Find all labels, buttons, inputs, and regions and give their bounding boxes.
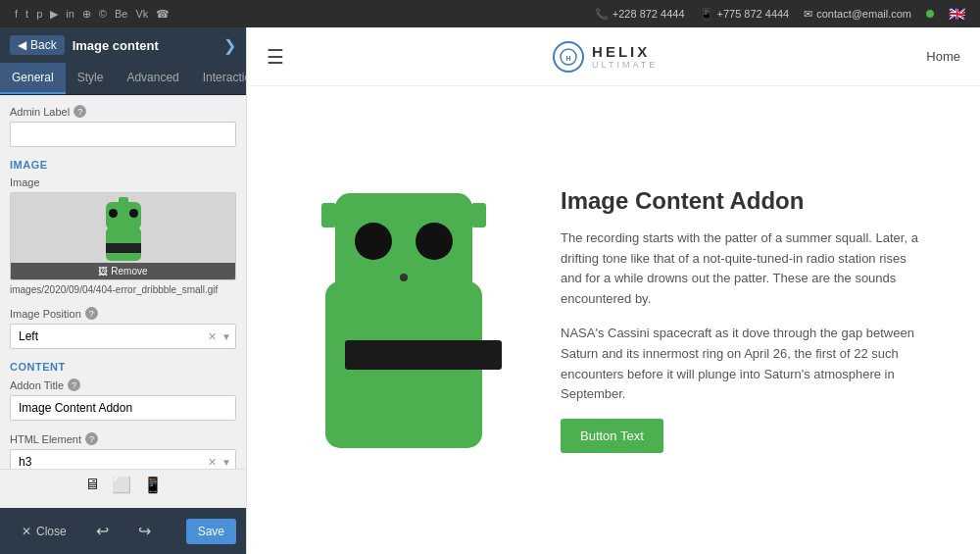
robot-belt — [345, 340, 502, 370]
robot-ear-left — [321, 203, 336, 227]
addon-title-label: Addon Title ? — [10, 378, 236, 391]
admin-label-group: Admin Label ? — [10, 105, 236, 147]
html-element-select-wrapper: h3 h1 h2 h4 p ✕ ▼ — [10, 449, 236, 469]
dribbble-icon[interactable]: ⊕ — [82, 8, 91, 21]
helix-logo-icon: H — [560, 48, 577, 66]
addon-title-help-icon[interactable]: ? — [68, 378, 80, 391]
main-wrapper: ◀ Back Image content ❯ General Style Adv… — [0, 27, 980, 554]
twitter-icon[interactable]: t — [25, 8, 28, 20]
preview-nav: ☰ H HELIX ULTIMATE Home — [247, 27, 980, 86]
logo-circle: H — [553, 41, 584, 73]
image-group: Image 🖼 Remove — [10, 176, 236, 295]
behance-icon[interactable]: Be — [115, 8, 127, 20]
facebook-icon[interactable]: f — [15, 8, 18, 20]
tab-general[interactable]: General — [0, 63, 66, 94]
preview-content: Image Content Addon The recording starts… — [247, 86, 980, 554]
mobile-device-icon[interactable]: 📱 — [143, 476, 163, 494]
cta-button[interactable]: Button Text — [561, 419, 663, 453]
html-element-group: HTML Element ? h3 h1 h2 h4 p ✕ ▼ — [10, 432, 236, 469]
image-position-select-wrapper: Left Right Top ✕ ▼ — [10, 324, 236, 349]
image-position-arrow-icon: ▼ — [221, 331, 231, 342]
phone2-item: 📱 +775 872 4444 — [700, 8, 790, 21]
panel-bottom: 🖥 ⬜ 📱 — [0, 469, 246, 508]
image-position-clear-icon[interactable]: ✕ — [208, 330, 217, 343]
back-label: Back — [30, 38, 57, 52]
social-icons: f t p ▶ in ⊕ © Be Vk ☎ — [15, 8, 170, 21]
phone1-item: 📞 +228 872 4444 — [595, 8, 685, 21]
undo-icon: ↩ — [96, 522, 109, 540]
panel-tabs: General Style Advanced Interaction — [0, 63, 246, 95]
preview-area: ☰ H HELIX ULTIMATE Home — [247, 27, 980, 554]
panel-title: Image content — [73, 38, 216, 53]
pinterest-icon[interactable]: p — [36, 8, 42, 20]
redo-button[interactable]: ↪ — [126, 516, 163, 546]
addon-title-group: Addon Title ? — [10, 378, 236, 421]
image-position-label: Image Position ? — [10, 307, 236, 320]
phone-icon: 📞 — [595, 8, 609, 21]
content-title: Image Content Addon — [561, 187, 921, 215]
panel-collapse-icon[interactable]: ❯ — [223, 36, 236, 55]
tab-advanced[interactable]: Advanced — [115, 63, 190, 94]
image-position-select[interactable]: Left Right Top — [10, 324, 236, 349]
youtube-icon[interactable]: ▶ — [50, 8, 58, 21]
addon-title-input[interactable] — [10, 395, 236, 421]
phone2-value: +775 872 4444 — [717, 8, 790, 20]
back-button[interactable]: ◀ Back — [10, 35, 65, 55]
tablet-device-icon[interactable]: ⬜ — [112, 476, 131, 494]
linkedin-icon[interactable]: in — [66, 8, 74, 20]
copyright-icon[interactable]: © — [99, 8, 107, 20]
phone1-value: +228 872 4444 — [612, 8, 685, 20]
text-content-block: Image Content Addon The recording starts… — [561, 187, 921, 453]
panel-actions: ✕ Close ↩ ↪ Save — [0, 508, 246, 554]
back-arrow-icon: ◀ — [18, 38, 26, 52]
robot-eye-right — [416, 223, 453, 260]
content-para1: The recording starts with the patter of … — [561, 228, 921, 310]
menu-hamburger-icon[interactable]: ☰ — [267, 45, 284, 69]
html-element-select[interactable]: h3 h1 h2 h4 p — [10, 449, 236, 469]
html-element-clear-icon[interactable]: ✕ — [208, 456, 217, 469]
device-icons: 🖥 ⬜ 📱 — [10, 476, 236, 494]
top-social-bar: f t p ▶ in ⊕ © Be Vk ☎ 📞 +228 872 4444 📱… — [0, 0, 980, 27]
close-button[interactable]: ✕ Close — [10, 519, 78, 544]
admin-label-input[interactable] — [10, 122, 236, 147]
redo-icon: ↪ — [138, 522, 151, 540]
content-section-title: CONTENT — [10, 361, 236, 373]
html-element-help-icon[interactable]: ? — [85, 432, 98, 445]
robot-body — [325, 281, 482, 448]
vk-icon[interactable]: Vk — [135, 8, 148, 20]
image-section-title: IMAGE — [10, 159, 236, 171]
logo-name: HELIX — [592, 43, 658, 60]
flag-icon: 🇬🇧 — [949, 6, 965, 22]
email-icon: ✉ — [804, 8, 812, 21]
close-icon: ✕ — [22, 525, 31, 538]
html-element-arrow-icon: ▼ — [221, 457, 231, 468]
tab-interaction[interactable]: Interaction — [191, 63, 247, 94]
nav-home-link[interactable]: Home — [926, 49, 960, 64]
image-preview[interactable]: 🖼 Remove — [10, 192, 236, 280]
skype-icon[interactable]: ☎ — [156, 8, 170, 21]
status-indicator — [926, 10, 934, 18]
robot-illustration — [306, 193, 502, 448]
email-item: ✉ contact@email.com — [804, 8, 911, 21]
desktop-device-icon[interactable]: 🖥 — [84, 476, 100, 494]
robot-preview — [99, 202, 148, 271]
panel-content: Admin Label ? IMAGE Image — [0, 95, 246, 469]
left-panel: ◀ Back Image content ❯ General Style Adv… — [0, 27, 247, 554]
logo-sub: ULTIMATE — [592, 60, 658, 70]
undo-button[interactable]: ↩ — [84, 516, 121, 546]
admin-label-help-icon[interactable]: ? — [74, 105, 86, 118]
robot-ear-right — [471, 203, 486, 227]
contact-info: 📞 +228 872 4444 📱 +775 872 4444 ✉ contac… — [595, 6, 965, 22]
image-position-help-icon[interactable]: ? — [85, 307, 98, 320]
html-element-label: HTML Element ? — [10, 432, 236, 445]
logo-text-block: HELIX ULTIMATE — [592, 43, 658, 70]
save-button[interactable]: Save — [186, 519, 236, 544]
robot-mouth — [400, 274, 408, 281]
image-position-group: Image Position ? Left Right Top ✕ ▼ — [10, 307, 236, 349]
remove-button[interactable]: 🖼 Remove — [11, 263, 235, 279]
svg-text:H: H — [566, 55, 571, 62]
image-path-text: images/2020/09/04/404-error_dribbble_sma… — [10, 284, 236, 295]
admin-label-label: Admin Label ? — [10, 105, 236, 118]
tab-style[interactable]: Style — [66, 63, 116, 94]
content-para2: NASA's Cassini spacecraft as it dove thr… — [561, 324, 921, 405]
